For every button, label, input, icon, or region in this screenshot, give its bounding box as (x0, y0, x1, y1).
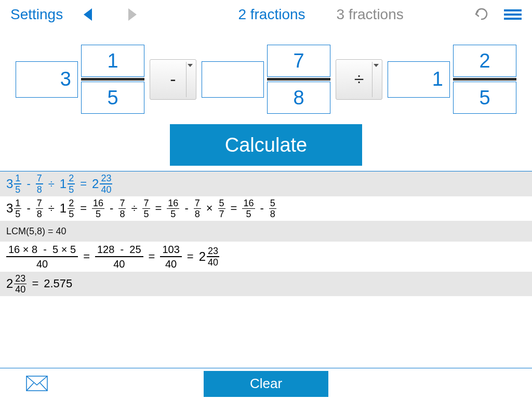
fraction-1: 3 1 5 (16, 45, 144, 114)
result-row-lcm: LCM(5,8) = 40 (0, 221, 532, 242)
calculate-button[interactable]: Calculate (170, 124, 362, 166)
result-row-3: 16 × 8 - 5 × 540 = 128 - 2540 = 10340 = … (0, 242, 532, 272)
mail-icon[interactable] (26, 376, 48, 393)
menu-icon[interactable] (504, 9, 522, 20)
result-row-2: 315 - 78 ÷ 125 = 165 - 78 ÷ 75 = 165 - 7… (0, 196, 532, 221)
fraction-bar (453, 78, 516, 81)
nav-arrows (84, 8, 168, 21)
svg-line-2 (40, 383, 47, 391)
tab-2-fractions[interactable]: 2 fractions (238, 6, 305, 23)
fraction-bar (267, 78, 330, 81)
f2-frac: 7 8 (267, 45, 330, 114)
f1-denominator-input[interactable]: 5 (81, 82, 144, 114)
fraction-bar (81, 78, 144, 81)
svg-line-1 (26, 383, 34, 391)
result-row-1: 315 - 78 ÷ 125 = 22340 (0, 171, 532, 196)
fraction-2: 7 8 (202, 45, 330, 114)
operator-2-select[interactable]: ÷ (336, 59, 382, 100)
results-panel: 315 - 78 ÷ 125 = 22340 315 - 78 ÷ 125 = … (0, 171, 532, 296)
f3-denominator-input[interactable]: 5 (453, 82, 516, 114)
footer: Clear (0, 368, 532, 399)
f2-denominator-input[interactable]: 8 (267, 82, 330, 114)
fraction-3: 1 2 5 (388, 45, 516, 114)
fraction-inputs: 3 1 5 - 7 8 ÷ 1 2 5 (0, 45, 532, 114)
tabs: 2 fractions 3 fractions (168, 6, 474, 23)
f3-numerator-input[interactable]: 2 (453, 45, 516, 77)
f3-frac: 2 5 (453, 45, 516, 114)
prev-arrow-icon[interactable] (84, 8, 92, 21)
operator-1-select[interactable]: - (150, 59, 196, 100)
result-row-4: 22340 = 2.575 (0, 272, 532, 297)
undo-icon[interactable] (474, 7, 489, 22)
decimal-result: 2.575 (44, 277, 72, 290)
settings-link[interactable]: Settings (5, 6, 84, 23)
clear-button[interactable]: Clear (204, 371, 328, 397)
header-right (474, 7, 527, 22)
f3-whole-input[interactable]: 1 (388, 61, 450, 98)
f1-frac: 1 5 (81, 45, 144, 114)
f1-whole-input[interactable]: 3 (16, 61, 78, 98)
f2-numerator-input[interactable]: 7 (267, 45, 330, 77)
tab-3-fractions[interactable]: 3 fractions (337, 6, 404, 23)
next-arrow-icon (128, 8, 137, 21)
f2-whole-input[interactable] (202, 61, 264, 98)
header: Settings 2 fractions 3 fractions (0, 0, 532, 29)
f1-numerator-input[interactable]: 1 (81, 45, 144, 77)
